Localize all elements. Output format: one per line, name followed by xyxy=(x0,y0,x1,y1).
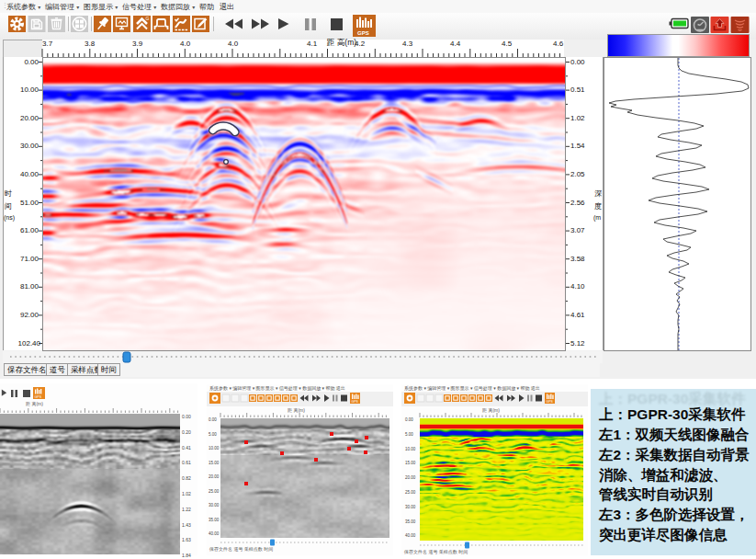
svg-text:GPS: GPS xyxy=(35,395,42,399)
svg-text:GPS: GPS xyxy=(352,400,359,404)
svg-text:GPS: GPS xyxy=(357,30,369,36)
svg-text:G: G xyxy=(146,16,150,21)
svg-text:GPS: GPS xyxy=(547,400,554,404)
